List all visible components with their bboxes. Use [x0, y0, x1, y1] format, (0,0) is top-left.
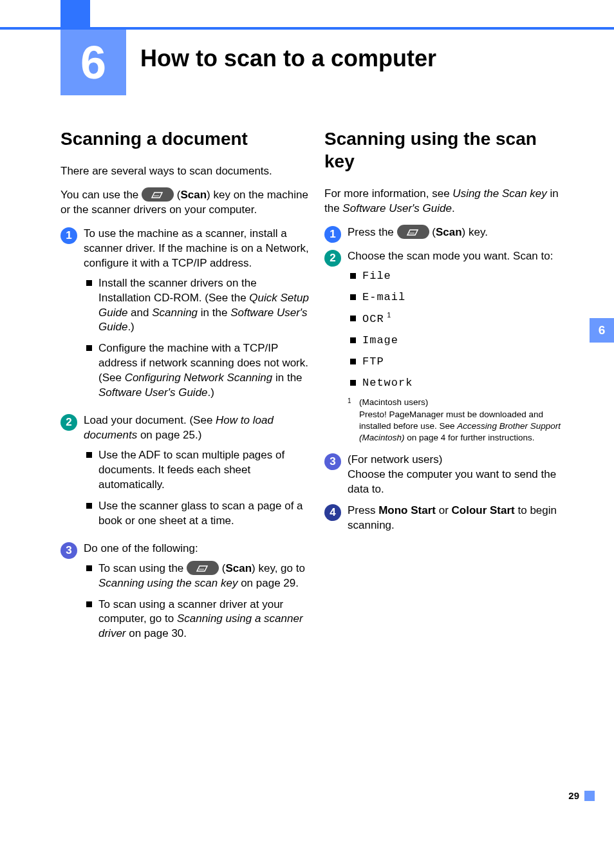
- bullet-text: Install the scanner drivers on the Insta…: [98, 276, 312, 335]
- chapter-title: How to scan to a computer: [140, 45, 436, 72]
- step-body: To use the machine as a scanner, install…: [84, 227, 312, 407]
- step-number-icon: 1: [60, 227, 77, 244]
- step-number-icon: 2: [324, 250, 341, 267]
- scan-label: Scan: [180, 189, 207, 201]
- step-text: Choose the scan mode you want. Scan to:: [348, 250, 553, 262]
- step-1: 1 To use the machine as a scanner, insta…: [60, 227, 312, 407]
- square-bullet-icon: [86, 280, 92, 286]
- bullet-text: To scan using a scanner driver at your c…: [98, 598, 312, 642]
- step-body: Choose the scan mode you want. Scan to: …: [348, 249, 569, 444]
- step-body: Do one of the following: To scan using t…: [84, 542, 312, 648]
- scan-label: Scan: [225, 562, 252, 574]
- scan-option-image: Image: [348, 334, 569, 348]
- scan-option-email: E-mail: [348, 290, 569, 305]
- footnote-number: 1: [348, 397, 359, 444]
- right-step-4: 4 Press Mono Start or Colour Start to be…: [324, 504, 569, 533]
- bullet-item: To scan using the (Scan) key, go to Scan…: [84, 561, 312, 591]
- square-bullet-icon: [86, 565, 92, 571]
- square-bullet-icon: [86, 503, 92, 509]
- side-tab-number: 6: [599, 323, 606, 337]
- bullet-text: Use the ADF to scan multiple pages of do…: [98, 448, 312, 493]
- square-bullet-icon: [350, 380, 356, 386]
- intro-para-right: For more information, see Using the Scan…: [324, 187, 569, 216]
- right-step-1: 1 Press the (Scan) key.: [324, 225, 569, 243]
- right-step-2: 2 Choose the scan mode you want. Scan to…: [324, 249, 569, 444]
- step-3: 3 Do one of the following: To scan using…: [60, 542, 312, 648]
- step-number-icon: 4: [324, 504, 341, 521]
- step-body: Press Mono Start or Colour Start to begi…: [348, 504, 569, 533]
- square-bullet-icon: [350, 294, 356, 300]
- step-body: Load your document. (See How to load doc…: [84, 413, 312, 535]
- scan-option-file: File: [348, 269, 569, 284]
- scan-key-icon: [187, 561, 219, 575]
- left-column: Scanning a document There are several wa…: [60, 127, 312, 654]
- step-number-icon: 3: [324, 453, 341, 470]
- section-heading-scan-key: Scanning using the scan key: [324, 127, 569, 173]
- square-bullet-icon: [350, 273, 356, 279]
- page-number-accent: [584, 791, 595, 801]
- square-bullet-icon: [86, 601, 92, 607]
- step-number-icon: 2: [60, 414, 77, 431]
- step-text: Do one of the following:: [84, 542, 198, 554]
- scan-key-icon: [142, 187, 174, 202]
- scan-label: Scan: [436, 226, 462, 238]
- footnote-ref: 1: [387, 311, 391, 319]
- scan-option-ocr: OCR 1: [348, 312, 569, 327]
- right-step-3: 3 (For network users) Choose the compute…: [324, 453, 569, 497]
- scan-option-ftp: FTP: [348, 355, 569, 370]
- right-column: Scanning using the scan key For more inf…: [324, 127, 569, 540]
- step-2: 2 Load your document. (See How to load d…: [60, 413, 312, 535]
- section-heading-scanning-document: Scanning a document: [60, 127, 312, 150]
- scan-key-icon: [397, 225, 429, 239]
- header-accent-block: [60, 0, 90, 30]
- scan-option-network: Network: [348, 376, 569, 391]
- square-bullet-icon: [350, 359, 356, 364]
- square-bullet-icon: [86, 452, 92, 458]
- page-number: 29: [568, 790, 579, 801]
- intro-para-1: There are several ways to scan documents…: [60, 164, 312, 179]
- step-text: To use the machine as a scanner, install…: [84, 227, 309, 269]
- step-number-icon: 3: [60, 542, 77, 559]
- bullet-item: To scan using a scanner driver at your c…: [84, 598, 312, 642]
- footnote-text: (Macintosh users) Presto! PageManager mu…: [359, 397, 569, 444]
- bullet-text: Use the scanner glass to scan a page of …: [98, 499, 312, 529]
- text: You can use the: [60, 189, 142, 201]
- chapter-number-box: 6: [60, 30, 126, 95]
- side-chapter-tab: 6: [590, 318, 614, 343]
- step-body: (For network users) Choose the computer …: [348, 453, 569, 497]
- square-bullet-icon: [86, 345, 92, 351]
- footnote: 1 (Macintosh users) Presto! PageManager …: [348, 397, 569, 444]
- step-body: Press the (Scan) key.: [348, 225, 569, 243]
- bullet-text: Configure the machine with a TCP/IP addr…: [98, 341, 312, 401]
- square-bullet-icon: [350, 316, 356, 321]
- bullet-item: Configure the machine with a TCP/IP addr…: [84, 341, 312, 401]
- bullet-item: Install the scanner drivers on the Insta…: [84, 276, 312, 335]
- square-bullet-icon: [350, 337, 356, 343]
- bullet-text: To scan using the (Scan) key, go to Scan…: [98, 561, 312, 591]
- bullet-item: Use the ADF to scan multiple pages of do…: [84, 448, 312, 493]
- bullet-item: Use the scanner glass to scan a page of …: [84, 499, 312, 529]
- intro-para-2: You can use the (Scan) key on the machin…: [60, 188, 312, 218]
- step-number-icon: 1: [324, 226, 341, 243]
- chapter-number: 6: [80, 36, 106, 89]
- page-header: [0, 0, 614, 30]
